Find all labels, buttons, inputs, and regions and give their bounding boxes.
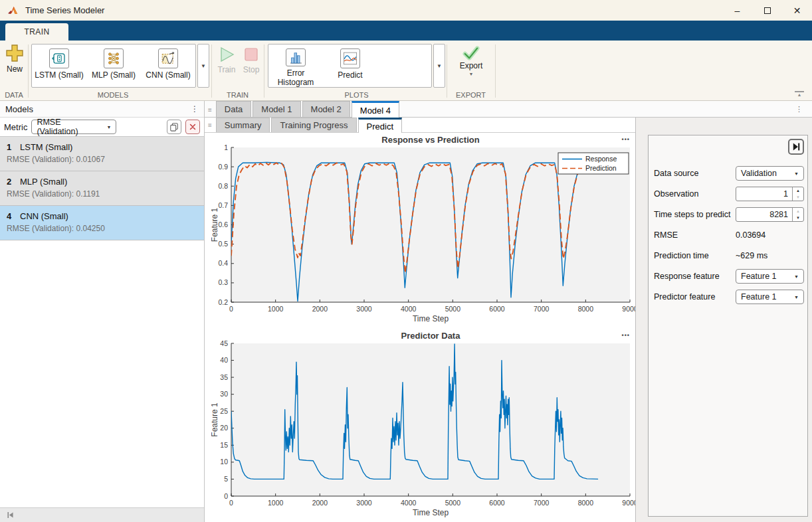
delete-x-icon: [189, 123, 197, 131]
gallery-item-mlp[interactable]: MLP (Small): [86, 44, 141, 87]
x-tick-label: 2000: [312, 305, 328, 313]
y-tick-label: 35: [220, 373, 228, 381]
x-tick-label: 1000: [268, 305, 284, 313]
models-panel-menu-button[interactable]: ⋮: [191, 104, 199, 114]
observation-label: Observation: [654, 189, 736, 199]
maximize-button[interactable]: [752, 0, 782, 21]
timesteps-row: Time steps to predict 8281 ▲ ▼: [654, 205, 804, 224]
spin-down-button[interactable]: ▼: [793, 215, 803, 221]
spin-down-button[interactable]: ▼: [793, 194, 803, 201]
y-tick-label: 30: [220, 390, 228, 398]
y-tick-label: 15: [220, 441, 228, 449]
timesteps-value[interactable]: 8281: [736, 208, 792, 221]
observation-row: Observation 1 ▲ ▼: [654, 184, 804, 204]
models-gallery-dropdown-button[interactable]: ▼: [197, 44, 209, 88]
predict-options-region: Data source Validation ▼ Observation 1 ▲: [635, 118, 812, 522]
model-card-lstm[interactable]: 1LSTM (Small) RMSE (Validation): 0.01067: [0, 137, 204, 171]
gallery-item-lstm[interactable]: LSTM (Small): [32, 44, 86, 87]
collapse-panel-left-button[interactable]: [6, 511, 15, 519]
collapse-ribbon-button[interactable]: ▲: [795, 91, 804, 96]
close-icon: ✕: [793, 5, 801, 16]
chevron-down-icon: ▼: [794, 274, 799, 279]
predictor-feature-dropdown[interactable]: Feature 1 ▼: [736, 290, 804, 304]
y-tick-label: 10: [220, 458, 228, 466]
x-tick-label: 9000: [622, 499, 635, 507]
metric-dropdown-value: RMSE (Validation): [37, 118, 102, 136]
data-source-row: Data source Validation ▼: [654, 163, 804, 183]
predict-options-panel: Data source Validation ▼ Observation 1 ▲: [648, 135, 808, 517]
section-label-train: TRAIN: [211, 91, 264, 99]
gallery-item-error-histogram[interactable]: Error Histogram: [268, 44, 323, 87]
model-card-mlp[interactable]: 2MLP (Small) RMSE (Validation): 0.1191: [0, 171, 204, 206]
titlebar: Time Series Modeler – ✕: [0, 0, 812, 21]
chevron-down-icon: ▼: [106, 125, 111, 130]
tab-train[interactable]: TRAIN: [5, 23, 68, 41]
x-tick-label: 3000: [356, 499, 372, 507]
data-source-label: Data source: [654, 169, 736, 178]
y-tick-label: 40: [220, 356, 228, 364]
chart-canvas: Response vs Prediction010002000300040005…: [211, 134, 635, 328]
gallery-item-cnn[interactable]: CNN (Small): [141, 44, 195, 87]
tab-model-4[interactable]: Model 4: [352, 101, 399, 118]
document-tab-row: ≡ Data Model 1 Model 2 Model 4 ⋮: [205, 101, 812, 118]
duplicate-model-button[interactable]: [167, 120, 181, 134]
gallery-item-label: Predict: [338, 70, 362, 80]
data-source-value: Validation: [741, 169, 777, 178]
model-rmse: RMSE (Validation): 0.1191: [7, 189, 197, 199]
tab-model-2[interactable]: Model 2: [302, 101, 350, 117]
collapse-up-icon: ▲: [797, 92, 802, 97]
subtab-training-progress[interactable]: Training Progress: [271, 118, 356, 132]
chevron-down-icon: ▼: [437, 63, 442, 69]
section-separator: [211, 44, 212, 98]
response-feature-row: Response feature Feature 1 ▼: [654, 266, 804, 286]
spin-up-button[interactable]: ▲: [793, 187, 803, 194]
y-tick-label: 5: [224, 475, 228, 483]
subtab-summary[interactable]: Summary: [216, 118, 270, 132]
matlab-logo-icon: [7, 5, 19, 16]
run-prediction-button[interactable]: [788, 139, 804, 155]
timesteps-spin-arrows: ▲ ▼: [792, 208, 803, 221]
gallery-item-predict[interactable]: Predict: [323, 44, 377, 87]
metric-label: Metric: [4, 122, 27, 132]
section-separator: [495, 44, 496, 98]
x-tick-label: 8000: [578, 499, 594, 507]
mlp-icon: [104, 48, 124, 68]
close-button[interactable]: ✕: [782, 0, 812, 21]
subtab-row-handle-icon[interactable]: ≡: [208, 122, 212, 129]
model-card-cnn-selected[interactable]: 4CNN (Small) RMSE (Validation): 0.04250: [0, 206, 204, 240]
section-label-export: EXPORT: [447, 91, 495, 99]
observation-value[interactable]: 1: [736, 187, 792, 201]
tab-overflow-menu-button[interactable]: ⋮: [795, 105, 803, 114]
y-tick-label: 0.5: [218, 240, 228, 248]
tab-model-1[interactable]: Model 1: [253, 101, 300, 117]
new-button[interactable]: New: [4, 44, 25, 74]
delete-model-button[interactable]: [185, 120, 200, 134]
x-tick-label: 1000: [268, 499, 284, 507]
train-button[interactable]: Train: [215, 46, 238, 74]
export-button[interactable]: Export ▼: [451, 45, 492, 76]
tab-data[interactable]: Data: [216, 101, 251, 117]
section-separator: [264, 44, 264, 98]
chevron-down-icon: ▼: [794, 171, 799, 176]
tab-row-handle-icon[interactable]: ≡: [208, 106, 212, 114]
data-source-dropdown[interactable]: Validation ▼: [736, 166, 804, 181]
prediction-time-row: Prediction time ~629 ms: [654, 246, 804, 266]
plots-gallery: Error Histogram Predict: [268, 44, 432, 88]
observation-spinner[interactable]: 1 ▲ ▼: [736, 187, 804, 201]
subtab-predict[interactable]: Predict: [358, 118, 402, 133]
spin-up-button[interactable]: ▲: [793, 208, 803, 215]
x-tick-label: 9000: [622, 305, 635, 313]
response-feature-value: Feature 1: [741, 272, 777, 281]
stop-button[interactable]: Stop: [240, 46, 262, 74]
chart-menu-button[interactable]: •••: [622, 332, 630, 339]
timesteps-spinner[interactable]: 8281 ▲ ▼: [736, 207, 804, 222]
plots-gallery-dropdown-button[interactable]: ▼: [433, 44, 445, 88]
models-panel-footer: [0, 507, 204, 522]
response-feature-dropdown[interactable]: Feature 1 ▼: [736, 269, 804, 284]
export-button-label: Export: [460, 61, 483, 70]
model-4-document: ≡ Summary Training Progress Predict Resp…: [205, 118, 635, 522]
metric-dropdown[interactable]: RMSE (Validation) ▼: [31, 120, 116, 134]
chart-menu-button[interactable]: •••: [622, 136, 630, 143]
minimize-button[interactable]: –: [722, 0, 752, 21]
y-tick-label: 0.7: [218, 201, 228, 209]
